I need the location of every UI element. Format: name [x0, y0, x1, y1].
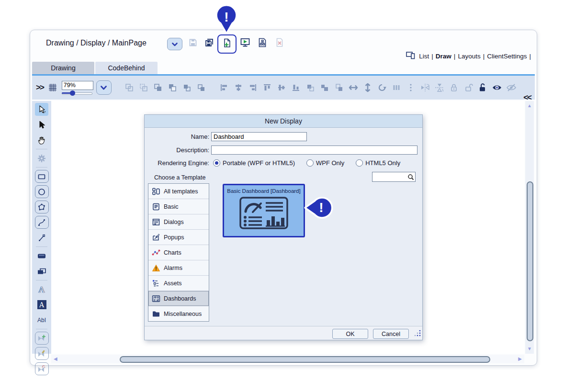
category-dialogs[interactable]: Dialogs: [148, 214, 209, 230]
tab-drawing[interactable]: Drawing: [32, 62, 94, 74]
symbol-edit-tool[interactable]: [35, 347, 49, 360]
design-canvas[interactable]: New Display Name: Description: Rendering…: [51, 101, 524, 354]
ungroup-button[interactable]: [138, 82, 149, 93]
zoom-slider-knob[interactable]: [70, 90, 75, 96]
category-charts[interactable]: Charts: [148, 245, 209, 260]
settings-tool[interactable]: [35, 152, 48, 165]
space-overlap-button[interactable]: [305, 82, 316, 93]
select-tool[interactable]: [35, 103, 48, 116]
radio-wpf-only[interactable]: WPF Only: [306, 159, 344, 167]
zoom-slider[interactable]: [62, 91, 92, 95]
breadcrumb-dropdown-button[interactable]: [167, 38, 182, 50]
textbox-tool[interactable]: AbI: [35, 314, 48, 326]
zoom-input[interactable]: [62, 81, 93, 90]
category-label: Popups: [164, 234, 184, 241]
template-tile-basic-dashboard[interactable]: Basic Dashboard [Dashboard]: [223, 184, 305, 237]
align-middle-button[interactable]: [276, 82, 287, 93]
scroll-left-icon[interactable]: ◀: [54, 357, 57, 361]
vertical-scrollbar[interactable]: ▲ ▼: [525, 101, 534, 354]
category-all-templates[interactable]: All templates: [148, 184, 209, 199]
align-bottom-button[interactable]: [291, 82, 301, 93]
cancel-button[interactable]: Cancel: [373, 329, 409, 339]
space-horizontal-button[interactable]: [319, 82, 330, 93]
tab-codebehind[interactable]: CodeBehind: [95, 62, 158, 74]
symbol-unlink-tool[interactable]: [35, 362, 49, 375]
align-left-button[interactable]: [219, 82, 229, 93]
send-to-back-button[interactable]: [167, 82, 178, 93]
unlock-button[interactable]: [463, 82, 474, 93]
polygon-tool[interactable]: [35, 201, 49, 213]
page: Drawing / Display / MainPage: [0, 0, 564, 392]
name-row: Name:: [148, 132, 307, 141]
category-popups[interactable]: Popups: [148, 230, 209, 245]
panel-tool[interactable]: [35, 265, 48, 278]
grid-toggle-button[interactable]: [47, 82, 58, 93]
search-icon[interactable]: [407, 174, 414, 180]
scroll-up-icon[interactable]: ▲: [527, 103, 532, 108]
horizontal-scrollbar[interactable]: ◀ ▶: [51, 355, 524, 363]
run-monitor-icon: [240, 37, 250, 50]
radio-html5-circle[interactable]: [356, 159, 363, 167]
distribute-button[interactable]: [391, 82, 402, 93]
scroll-right-icon[interactable]: ▶: [518, 357, 522, 361]
pan-tool[interactable]: [35, 134, 48, 146]
nav-layouts[interactable]: Layouts: [458, 53, 480, 60]
button-tool[interactable]: [35, 249, 48, 262]
flip-horizontal-button[interactable]: [420, 82, 430, 93]
ok-button[interactable]: OK: [332, 329, 368, 339]
resize-width-button[interactable]: [348, 82, 359, 93]
space-vertical-button[interactable]: [334, 82, 344, 93]
run-display-button[interactable]: [239, 38, 251, 49]
save-button[interactable]: [187, 38, 199, 49]
ellipse-tool[interactable]: [35, 185, 49, 198]
nav-list[interactable]: List: [419, 53, 429, 60]
tools-sidebar: A A AbI: [32, 101, 51, 354]
resize-height-button[interactable]: [362, 82, 373, 93]
category-dashboards[interactable]: Dashboards: [148, 291, 209, 306]
vertical-scroll-thumb[interactable]: [527, 181, 533, 341]
name-input[interactable]: [211, 132, 307, 141]
save-all-button[interactable]: [203, 38, 215, 49]
category-alarms[interactable]: Alarms: [148, 260, 209, 276]
import-structure-button[interactable]: [257, 38, 268, 49]
send-backward-button[interactable]: [196, 82, 206, 93]
tab-drawing-label: Drawing: [51, 64, 75, 72]
category-basic[interactable]: Basic: [148, 199, 209, 214]
symbol-add-tool[interactable]: [35, 332, 49, 345]
label-tool[interactable]: A: [35, 298, 48, 311]
align-center-button[interactable]: [233, 82, 244, 93]
line-tool[interactable]: [35, 231, 48, 244]
unlock-all-button[interactable]: [477, 82, 488, 93]
radio-portable[interactable]: Portable (WPF or HTML5): [213, 159, 295, 167]
radio-portable-circle[interactable]: [213, 159, 220, 167]
nav-clientsettings[interactable]: ClientSettings: [487, 53, 527, 60]
align-top-button[interactable]: [262, 82, 272, 93]
category-miscellaneous[interactable]: Miscellaneous: [148, 306, 209, 321]
horizontal-scroll-thumb[interactable]: [120, 356, 490, 363]
rectangle-tool[interactable]: [35, 170, 49, 183]
show-object-button[interactable]: [492, 82, 502, 93]
rotate-button[interactable]: [377, 82, 387, 93]
polyline-tool[interactable]: [35, 216, 49, 229]
delete-display-button[interactable]: [274, 38, 285, 49]
scroll-down-icon[interactable]: ▼: [527, 347, 532, 351]
radio-wpf-circle[interactable]: [306, 159, 314, 167]
align-right-button[interactable]: [248, 82, 258, 93]
bring-to-front-button[interactable]: [153, 82, 163, 93]
template-search-input[interactable]: [372, 173, 407, 181]
bring-forward-button[interactable]: [181, 82, 192, 93]
description-input[interactable]: [211, 146, 417, 155]
direct-select-tool[interactable]: [35, 118, 48, 131]
nav-draw[interactable]: Draw: [436, 53, 451, 60]
expand-panel-button[interactable]: >>: [36, 83, 44, 92]
hide-object-button[interactable]: [506, 82, 517, 93]
radio-html5-label: HTML5 Only: [365, 159, 400, 167]
category-assets[interactable]: Assets: [148, 276, 209, 291]
radio-html5-only[interactable]: HTML5 Only: [356, 159, 400, 167]
group-button[interactable]: [124, 82, 135, 93]
resize-grip[interactable]: [413, 329, 421, 339]
zoom-dropdown-button[interactable]: [96, 80, 112, 95]
flip-vertical-button[interactable]: [434, 82, 445, 93]
text-tool[interactable]: A: [35, 283, 48, 296]
lock-button[interactable]: [449, 82, 459, 93]
